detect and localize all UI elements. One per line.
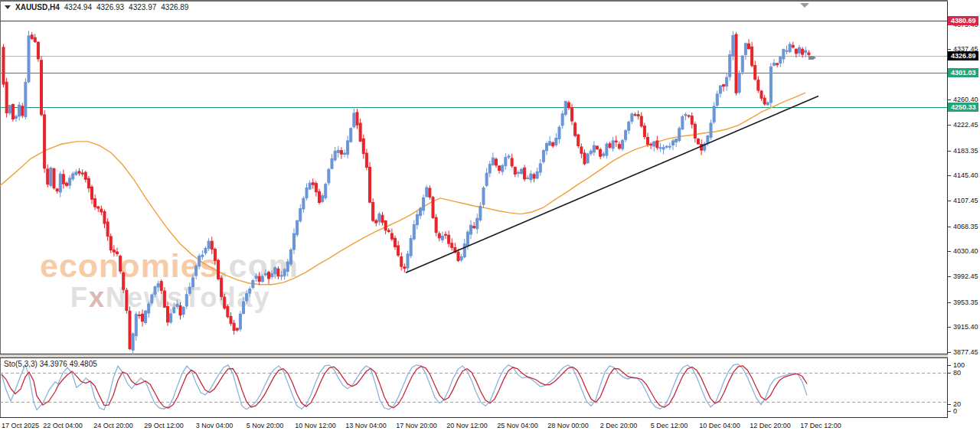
time-axis[interactable]: 17 Oct 202522 Oct 04:0024 Oct 20:0029 Oc… (0, 418, 948, 434)
time-tick-label: 13 Nov 04:00 (345, 422, 387, 429)
time-tick-label: 17 Dec 12:00 (800, 422, 841, 429)
price-tick-label: 3915.40 (948, 323, 978, 331)
time-tick-label: 24 Oct 20:00 (93, 422, 133, 429)
sto-scale-label: 0 (948, 407, 957, 415)
price-tick-label: 4068.35 (948, 223, 978, 230)
time-tick-label: 3 Nov 04:00 (196, 422, 234, 429)
price-tick-label: 4222.45 (948, 121, 978, 129)
trading-chart-window: economies.com FxNewsToday XAUUSD,H4 4324… (0, 0, 980, 434)
price-axis[interactable]: 4375.404337.454260.404222.454183.354145.… (948, 0, 980, 418)
time-tick-label: 20 Nov 12:00 (446, 422, 488, 429)
time-tick-label: 5 Nov 20:00 (247, 422, 284, 429)
symbol-timeframe: XAUUSD,H4 (15, 3, 60, 11)
ohlc-open: 4324.94 (64, 3, 92, 11)
time-tick-label: 17 Oct 2025 (2, 422, 39, 429)
symbol-dropdown-icon[interactable] (5, 5, 11, 9)
price-tick-label: 4183.35 (948, 147, 978, 155)
main-price-chart[interactable] (0, 0, 948, 354)
price-tick-label: 4030.40 (948, 247, 978, 255)
chart-shift-marker-icon[interactable] (800, 3, 809, 8)
time-tick-label: 5 Dec 12:00 (651, 422, 688, 429)
ascending-trendline[interactable] (406, 96, 818, 273)
time-tick-label: 10 Nov 12:00 (295, 422, 336, 429)
resistance-price-badge: 4380.69 (948, 16, 978, 25)
price-tick-label: 3953.35 (948, 299, 978, 306)
time-tick-label: 10 Dec 04:00 (699, 422, 740, 429)
price-tick-label: 4145.40 (948, 171, 978, 179)
sto-scale-label: 80 (948, 369, 961, 377)
ohlc-high: 4326.93 (96, 3, 124, 11)
time-tick-label: 28 Nov 00:00 (547, 422, 589, 429)
time-tick-label: 22 Oct 04:00 (43, 422, 83, 429)
sto-d-value: 49.4805 (70, 360, 97, 368)
time-tick-label: 29 Oct 12:00 (144, 422, 184, 429)
sto-d-line (2, 366, 807, 408)
support-price-badge: 4301.03 (948, 68, 978, 77)
price-tick-label: 3992.45 (948, 272, 978, 280)
time-tick-label: 17 Nov 20:00 (396, 422, 437, 429)
indicator-label: Sto(5,3,3) 34.3976 49.4805 (4, 360, 97, 368)
price-tick-label: 3877.45 (948, 348, 978, 356)
level-lines (0, 21, 947, 108)
current-price-badge: 4326.89 (948, 51, 978, 60)
down-candles (2, 32, 810, 350)
ohlc-low: 4323.97 (129, 3, 156, 11)
ohlc-close: 4326.89 (161, 3, 188, 11)
time-tick-label: 2 Dec 20:00 (600, 422, 638, 429)
up-candles (8, 31, 807, 354)
sto-scale-label: 100 (948, 361, 965, 369)
sto-k-value: 34.3976 (40, 360, 67, 368)
stochastic-panel[interactable] (0, 357, 948, 417)
time-tick-label: 12 Dec 20:00 (750, 422, 791, 429)
time-tick-label: 25 Nov 04:00 (497, 422, 538, 429)
support-price-badge: 4250.33 (948, 103, 978, 112)
price-tick-label: 4107.45 (948, 197, 978, 204)
chart-header: XAUUSD,H4 4324.94 4326.93 4323.97 4326.8… (5, 3, 188, 11)
